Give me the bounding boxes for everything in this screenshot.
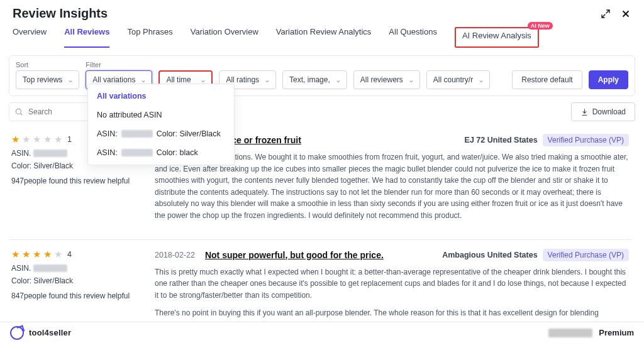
review-title[interactable]: Not super powerful, but good for the pri… — [205, 250, 384, 260]
reviewer-name: EJ 72 United States — [465, 136, 538, 144]
tab-all-reviews[interactable]: All Reviews — [64, 27, 109, 48]
redacted-asin — [121, 130, 153, 138]
verified-purchase-badge: Verified Purchase (VP) — [543, 134, 629, 146]
dropdown-option-all-variations[interactable]: All variations — [88, 87, 234, 106]
chevron-down-icon: ⌄ — [408, 75, 414, 84]
plan-tier: Premium — [599, 328, 634, 337]
chevron-down-icon: ⌄ — [264, 75, 270, 84]
search-icon — [14, 107, 23, 116]
helpful-count: 947people found this review helpful — [11, 177, 143, 185]
sort-select[interactable]: Top reviews ⌄ — [16, 70, 79, 89]
filter-bar: Sort Top reviews ⌄ Filter All variations… — [9, 55, 635, 96]
dropdown-option-asin-1[interactable]: ASIN: Color: Silver/Black — [88, 124, 234, 143]
redacted-asin — [33, 264, 67, 272]
page-title: Review Insights — [13, 6, 108, 21]
tab-ai-review-analysis[interactable]: AI Review Analysis AI New — [455, 27, 539, 48]
tab-all-questions[interactable]: All Questions — [389, 27, 437, 48]
dropdown-option-no-asin[interactable]: No attributed ASIN — [88, 106, 234, 124]
tab-variation-review-analytics[interactable]: Variation Review Analytics — [276, 27, 372, 48]
review-date: 2018-02-22 — [155, 251, 195, 259]
footer: tool4seller Premium — [0, 322, 644, 343]
download-icon — [580, 108, 589, 116]
review-color: Color: Silver/Black — [11, 276, 143, 285]
helpful-count: 847people found this review helpful — [11, 291, 143, 300]
sort-label: Sort — [16, 61, 79, 68]
verified-purchase-badge: Verified Purchase (VP) — [543, 249, 629, 261]
apply-button[interactable]: Apply — [589, 70, 628, 89]
close-icon[interactable] — [620, 8, 631, 19]
ai-new-badge: AI New — [528, 22, 553, 30]
tab-overview[interactable]: Overview — [13, 27, 47, 48]
star-rating: ★★★★★ 4 — [11, 249, 143, 260]
chevron-down-icon: ⌄ — [67, 75, 74, 84]
country-select[interactable]: All country/r ⌄ — [426, 70, 490, 89]
expand-icon[interactable] — [600, 8, 611, 19]
tabs: Overview All Reviews Top Phrases Variati… — [0, 23, 644, 48]
tab-top-phrases[interactable]: Top Phrases — [127, 27, 172, 48]
download-button[interactable]: Download — [571, 102, 635, 121]
brand-logo-icon — [10, 326, 24, 340]
chevron-down-icon: ⌄ — [478, 75, 484, 84]
tab-variation-overview[interactable]: Variation Overview — [191, 27, 258, 48]
variation-dropdown: All variations No attributed ASIN ASIN: … — [87, 84, 235, 165]
tab-ai-label: AI Review Analysis — [462, 31, 531, 40]
reviewer-name: Ambagious United States — [442, 251, 537, 259]
restore-default-button[interactable]: Restore default — [512, 70, 582, 89]
redacted-asin — [33, 150, 67, 157]
review-asin: ASIN. — [11, 264, 143, 273]
chevron-down-icon: ⌄ — [200, 75, 206, 84]
chevron-down-icon: ⌄ — [140, 75, 147, 84]
reviewers-select[interactable]: All reviewers ⌄ — [353, 70, 420, 89]
brand-name: tool4seller — [29, 328, 71, 337]
svg-point-0 — [16, 109, 21, 114]
filter-label: Filter — [86, 61, 490, 68]
redacted-footer — [548, 329, 592, 337]
chevron-down-icon: ⌄ — [335, 75, 341, 84]
redacted-asin — [121, 149, 153, 156]
media-select[interactable]: Text, image, ⌄ — [282, 70, 347, 89]
dropdown-option-asin-2[interactable]: ASIN: Color: black — [88, 143, 234, 162]
